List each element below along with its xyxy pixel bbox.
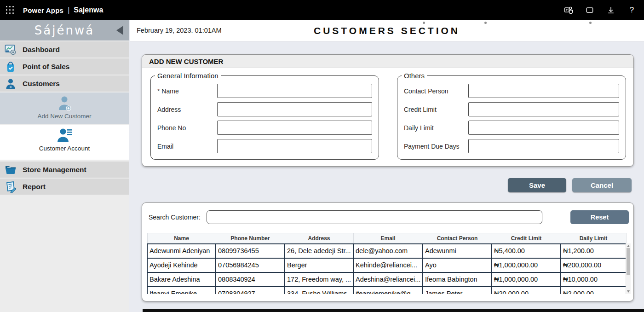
main-content: February 19, 2023. 01:01AM CUSTOMERS SEC…: [130, 20, 644, 312]
credit-limit-label: Credit Limit: [404, 106, 468, 113]
resize-handle-dot: [589, 22, 592, 24]
table-header-row: Name Phone Number Address Email Contact …: [147, 233, 626, 244]
store-icon: [4, 163, 17, 176]
table-row[interactable]: Ayodeji Kehinde 07056984245 Berger Kehin…: [147, 258, 626, 272]
cell-daily-limit: ₦1,200.00: [561, 244, 626, 258]
col-header-credit-limit[interactable]: Credit Limit: [492, 233, 561, 244]
name-label: * Name: [157, 87, 217, 95]
cell-contact-person: Ayo: [423, 258, 492, 272]
general-information-group: General Information * Name Address Phone…: [150, 72, 379, 160]
cell-address: 334, Fusho Williams...: [285, 287, 353, 295]
bottom-edge-bar: [143, 309, 644, 312]
cell-email: dele@yahoo.com: [353, 244, 423, 258]
sidebar-item-point-of-sales[interactable]: Point of Sales: [0, 58, 129, 75]
sidebar-item-report[interactable]: Report: [0, 179, 129, 195]
sidebar-item-label: Point of Sales: [23, 63, 70, 71]
dashboard-icon: [4, 43, 17, 56]
cell-daily-limit: ₦2,000.00: [561, 287, 626, 295]
address-field[interactable]: [217, 102, 372, 116]
sidebar-subitem-add-new-customer[interactable]: Add New Customer: [0, 92, 129, 124]
group-legend: General Information: [155, 72, 221, 80]
contact-person-field[interactable]: [468, 84, 619, 98]
col-header-address[interactable]: Address: [285, 233, 353, 244]
download-icon[interactable]: [606, 6, 615, 15]
sidebar-item-label: Dashboard: [23, 46, 60, 54]
cell-phone: 0808340924: [216, 272, 285, 287]
top-app-bar: Power Apps | Sajenwa ?: [0, 0, 644, 20]
cell-phone: 0708304927: [216, 287, 285, 295]
page-body: ADD NEW CUSTOMER General Information * N…: [130, 41, 644, 312]
scroll-up-icon[interactable]: [627, 245, 630, 247]
sidebar-subitem-customer-account[interactable]: Customer Account: [0, 125, 129, 160]
fit-screen-icon[interactable]: [585, 6, 594, 15]
table-row[interactable]: Bakare Adeshina 0808340924 172, Freedom …: [147, 272, 626, 287]
sidebar-item-dashboard[interactable]: Dashboard: [0, 41, 129, 58]
cell-name: Ayodeji Kehinde: [147, 258, 216, 272]
add-new-customer-icon: [56, 96, 73, 111]
add-new-customer-panel: ADD NEW CUSTOMER General Information * N…: [142, 54, 634, 167]
col-header-email[interactable]: Email: [353, 233, 423, 244]
col-header-name[interactable]: Name: [147, 233, 216, 244]
cell-name: Bakare Adeshina: [147, 272, 216, 287]
page-title: CUSTOMERS SECTION: [130, 25, 644, 36]
scrollbar-thumb[interactable]: [627, 248, 630, 275]
phone-label: Phone No: [157, 124, 217, 132]
help-icon[interactable]: ?: [627, 6, 637, 15]
scroll-down-icon[interactable]: [627, 290, 630, 293]
col-header-phone[interactable]: Phone Number: [216, 233, 285, 244]
sidebar-item-customers[interactable]: Customers: [0, 75, 129, 92]
cell-email: Kehinde@reliancei...: [353, 258, 423, 272]
reset-button[interactable]: Reset: [570, 210, 629, 224]
cell-email: ifeanyiemenike@g...: [353, 287, 423, 295]
cancel-button[interactable]: Cancel: [572, 178, 632, 192]
cell-name: Adewunmi Adeniyan: [147, 244, 216, 258]
cell-name: Ifeanyi Emenike: [147, 287, 216, 295]
group-legend: Others: [402, 72, 427, 80]
cell-phone: 07056984245: [216, 258, 285, 272]
sidebar-header: Sájénwá: [0, 20, 129, 40]
cell-daily-limit: ₦10,000.00: [561, 272, 626, 287]
teams-icon[interactable]: [564, 6, 573, 15]
email-label: Email: [157, 143, 217, 150]
sidebar: Sájénwá Dashboard Point of Sales Custome…: [0, 20, 129, 312]
table-row[interactable]: Ifeanyi Emenike 0708304927 334, Fusho Wi…: [147, 287, 626, 295]
sidebar-item-label: Customers: [23, 80, 60, 88]
credit-limit-field[interactable]: [468, 102, 619, 116]
address-label: Address: [157, 106, 217, 113]
collapse-sidebar-icon[interactable]: [116, 26, 123, 35]
search-customer-input[interactable]: [207, 210, 542, 224]
others-group: Others Contact Person Credit Limit Daily…: [397, 72, 626, 160]
report-icon: [4, 180, 17, 193]
cell-contact-person: James Peter: [423, 287, 492, 295]
search-customer-label: Search Customer:: [149, 214, 201, 221]
cell-contact-person: Adewunmi: [423, 244, 492, 258]
col-header-daily-limit[interactable]: Daily Limit: [561, 233, 626, 244]
pos-icon: [4, 60, 17, 73]
payment-due-days-field[interactable]: [468, 139, 619, 153]
daily-limit-field[interactable]: [468, 121, 619, 135]
sidebar-item-label: Report: [23, 183, 46, 191]
col-header-contact-person[interactable]: Contact Person: [423, 233, 492, 244]
name-field[interactable]: [217, 84, 372, 98]
sidebar-subitem-label: Customer Account: [0, 145, 129, 152]
payment-due-days-label: Payment Due Days: [404, 143, 468, 150]
contact-person-label: Contact Person: [404, 87, 468, 95]
cell-address: Berger: [285, 258, 353, 272]
app-name: Power Apps: [23, 6, 63, 14]
phone-field[interactable]: [217, 121, 372, 135]
cell-email: Adeshina@reliancei...: [353, 272, 423, 287]
cell-address: 26, Dele adedeji Str...: [285, 244, 353, 258]
cell-contact-person: Ifeoma Babington: [423, 272, 492, 287]
cell-daily-limit: ₦200,000.00: [561, 258, 626, 272]
resize-handle-dot: [484, 22, 487, 24]
save-button[interactable]: Save: [508, 178, 566, 192]
waffle-icon[interactable]: [6, 6, 14, 14]
sidebar-subitem-label: Add New Customer: [0, 113, 129, 120]
email-field[interactable]: [217, 139, 372, 153]
cell-credit-limit: ₦1,000,000.00: [492, 258, 561, 272]
customer-account-icon: [56, 128, 73, 144]
sidebar-item-label: Store Management: [23, 166, 86, 174]
table-scrollbar: [626, 243, 631, 294]
sidebar-item-store-management[interactable]: Store Management: [0, 162, 129, 178]
table-row[interactable]: Adewunmi Adeniyan 08099736455 26, Dele a…: [147, 244, 626, 258]
